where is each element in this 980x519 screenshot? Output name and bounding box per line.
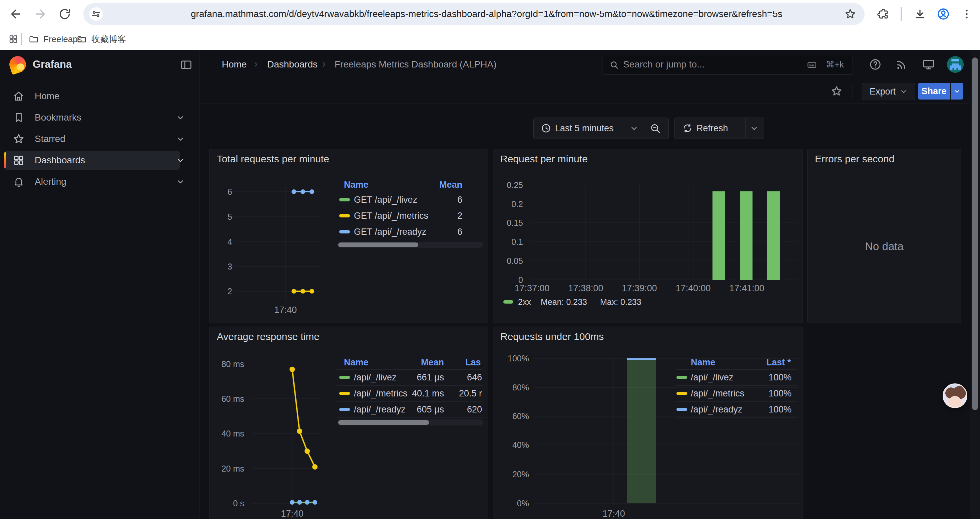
series-swatch: [676, 408, 687, 411]
profile-icon[interactable]: [935, 6, 951, 22]
y-tick: 0.2: [498, 200, 523, 208]
sidebar-item-bookmarks[interactable]: Bookmarks: [0, 107, 199, 128]
series-name[interactable]: GET /api/_/livez: [354, 192, 417, 208]
share-dropdown-button[interactable]: [951, 83, 963, 99]
chevron-down-icon[interactable]: [176, 156, 185, 164]
panel-errors-per-second: Errors per second No data: [807, 149, 961, 323]
series-swatch: [676, 392, 687, 395]
user-avatar[interactable]: [947, 56, 964, 73]
grafana-app: Grafana Home Bookmarks Starred: [0, 50, 980, 519]
forward-button[interactable]: [32, 6, 48, 22]
browser-toolbar: grafana.mathmast.com/d/deytv4rwavabkb/fr…: [0, 0, 980, 28]
sidebar-item-home[interactable]: Home: [0, 86, 199, 107]
series-name[interactable]: /api/_/metrics: [691, 385, 745, 401]
extensions-icon[interactable]: [875, 6, 891, 22]
col-header-last[interactable]: Last *: [766, 355, 791, 369]
url-bar[interactable]: grafana.mathmast.com/d/deytv4rwavabkb/fr…: [83, 3, 865, 25]
page-scrollbar-thumb[interactable]: [972, 57, 978, 410]
search-input[interactable]: Search or jump to... ⌘+k: [602, 55, 853, 75]
divider: [745, 118, 746, 138]
legend-series-label[interactable]: 2xx: [518, 297, 531, 307]
chevron-down-icon: [630, 124, 638, 133]
series-name[interactable]: /api/_/metrics: [354, 385, 407, 401]
clock-icon: [540, 123, 552, 134]
breadcrumb-dashboards[interactable]: Dashboards: [267, 50, 318, 79]
download-icon[interactable]: [912, 6, 928, 22]
series-name[interactable]: /api/_/livez: [691, 369, 733, 385]
breadcrumb-home[interactable]: Home: [222, 50, 247, 79]
y-tick: 0%: [498, 499, 529, 508]
x-tick: 17:40:00: [670, 284, 716, 292]
series-mean: 605 µs: [417, 401, 444, 417]
y-tick: 0.25: [498, 181, 523, 189]
bookmark-folder-blogs[interactable]: 收藏博客: [77, 28, 126, 50]
folder-icon: [77, 34, 87, 44]
help-icon[interactable]: [868, 57, 882, 72]
table-scrollbar[interactable]: [337, 242, 483, 248]
chevron-right-icon: [252, 61, 260, 69]
monitor-icon[interactable]: [922, 57, 935, 72]
chevron-down-icon[interactable]: [176, 177, 185, 186]
active-item-background: [4, 151, 180, 170]
dock-sidebar-icon[interactable]: [180, 58, 193, 72]
y-tick: 100%: [498, 354, 529, 363]
refresh-button[interactable]: Refresh: [674, 118, 764, 139]
sidebar-item-dashboards[interactable]: Dashboards: [0, 150, 199, 171]
col-header-name[interactable]: Name: [344, 355, 369, 369]
sidebar-brand-row: Grafana: [0, 50, 199, 79]
series-name[interactable]: /api/_/livez: [354, 369, 396, 385]
bookmark-star-icon[interactable]: [844, 8, 857, 21]
reload-button[interactable]: [57, 6, 73, 22]
y-tick: 5: [215, 212, 232, 221]
col-header-name[interactable]: Name: [691, 355, 716, 369]
table-scrollbar[interactable]: [337, 420, 483, 425]
favorite-star-icon[interactable]: [830, 85, 843, 98]
sidebar-item-alerting[interactable]: Alerting: [0, 171, 199, 192]
x-tick: 17:40: [597, 509, 630, 518]
chevron-down-icon[interactable]: [176, 113, 185, 122]
bookmark-folder-freeleaps[interactable]: Freeleaps: [29, 28, 82, 50]
zoom-out-icon[interactable]: [649, 122, 661, 134]
series-name[interactable]: GET /api/_/metrics: [354, 208, 428, 224]
share-button[interactable]: Share: [918, 83, 950, 99]
back-button[interactable]: [8, 6, 24, 22]
col-header-name[interactable]: Name: [344, 178, 369, 192]
refresh-interval-dropdown[interactable]: [750, 124, 759, 133]
panel-title[interactable]: Errors per second: [815, 153, 894, 164]
series-swatch: [339, 214, 350, 217]
grafana-logo[interactable]: [7, 54, 28, 75]
col-header-mean[interactable]: Mean: [439, 178, 462, 192]
browser-menu-icon[interactable]: [959, 6, 975, 22]
y-tick: 2: [215, 287, 232, 295]
sidebar-item-starred[interactable]: Starred: [0, 128, 199, 150]
series-last: 100%: [768, 369, 792, 385]
series-last: 620: [467, 401, 482, 417]
series-name[interactable]: /api/_/readyz: [691, 401, 743, 417]
toolbar-divider: [900, 7, 902, 21]
apps-grid-icon[interactable]: [6, 32, 21, 46]
scrollbar-thumb[interactable]: [338, 243, 418, 247]
export-button[interactable]: Export: [862, 83, 915, 100]
total-requests-chart: [210, 149, 488, 323]
series-swatch: [339, 376, 350, 379]
y-tick: 40%: [498, 441, 529, 449]
legend-max: Max: 0.233: [600, 297, 641, 307]
floating-avatar[interactable]: [943, 383, 967, 408]
series-name[interactable]: /api/_/readyz: [354, 401, 406, 417]
site-settings-icon[interactable]: [89, 7, 103, 21]
col-header-mean[interactable]: Mean: [421, 355, 444, 369]
bell-icon: [13, 176, 25, 188]
sidebar-item-label: Home: [35, 86, 60, 107]
bookmark-label: 收藏博客: [91, 34, 126, 45]
time-range-picker[interactable]: Last 5 minutes: [533, 118, 669, 139]
series-name[interactable]: GET /api/_/readyz: [354, 224, 426, 240]
chevron-right-icon: [320, 61, 328, 69]
chevron-down-icon[interactable]: [176, 134, 185, 143]
x-tick: 17:41:00: [724, 284, 770, 292]
scrollbar-thumb[interactable]: [338, 420, 429, 425]
series-swatch: [676, 376, 687, 379]
col-header-last[interactable]: Las: [465, 355, 481, 369]
bookmark-label: Freeleaps: [43, 34, 82, 45]
y-tick: 20 ms: [213, 464, 244, 473]
news-rss-icon[interactable]: [894, 57, 908, 72]
